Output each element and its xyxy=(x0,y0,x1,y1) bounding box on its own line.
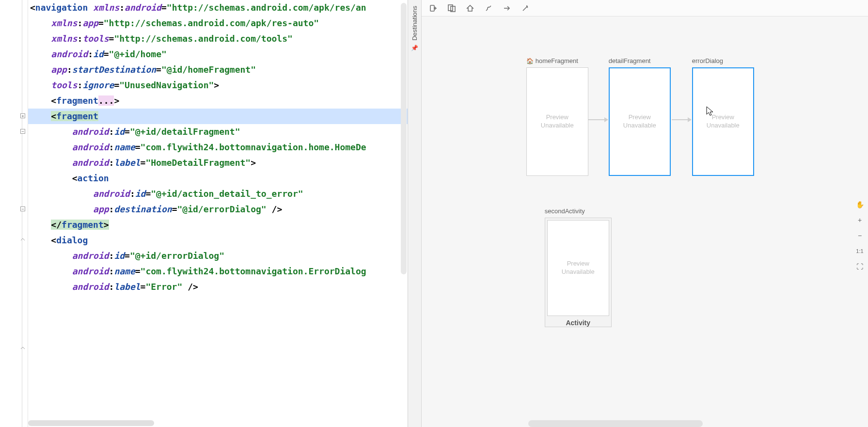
code-line[interactable]: xmlns:tools="http://schemas.android.com/… xyxy=(28,31,408,47)
code-line[interactable]: android:id="@+id/home" xyxy=(28,47,408,62)
code-area[interactable]: <navigation xmlns:android="http://schema… xyxy=(28,0,408,427)
destination-homeFragment[interactable]: 🏠homeFragmentPreview Unavailable xyxy=(526,57,588,176)
xml-editor-pane: +−− <navigation xmlns:android="http://sc… xyxy=(0,0,408,427)
code-line[interactable]: android:id="@+id/action_detail_to_error" xyxy=(28,186,408,202)
designer-toolbar xyxy=(422,0,868,16)
destination-label: secondActivity xyxy=(545,207,585,215)
code-line[interactable]: <navigation xmlns:android="http://schema… xyxy=(28,0,408,16)
destinations-tab-label: Destinations xyxy=(411,6,418,41)
code-line[interactable]: app:startDestination="@id/homeFragment" xyxy=(28,62,408,78)
destination-title: 🏠homeFragment xyxy=(526,57,588,64)
navigation-action-arrow[interactable] xyxy=(588,119,608,120)
code-line[interactable]: <fragment xyxy=(28,109,408,124)
fold-collapse-icon[interactable]: − xyxy=(20,206,25,211)
code-line[interactable]: android:name="com.flywith24.bottomnaviga… xyxy=(28,264,408,279)
code-line[interactable]: android:label="Error" /> xyxy=(28,279,408,295)
destination-label: errorDialog xyxy=(692,57,723,64)
code-line[interactable]: app:destination="@id/errorDialog" /> xyxy=(28,202,408,217)
svg-line-10 xyxy=(527,7,528,8)
home-destination-button[interactable] xyxy=(465,3,475,13)
code-line[interactable]: android:id="@+id/errorDialog" xyxy=(28,248,408,264)
nested-graph-button[interactable] xyxy=(447,3,457,13)
code-line[interactable]: <dialog xyxy=(28,233,408,248)
destination-preview-box[interactable]: Preview Unavailable xyxy=(692,67,754,176)
destination-title: detailFragment xyxy=(609,57,671,64)
activity-label: Activity xyxy=(545,319,611,327)
destination-secondActivity[interactable]: secondActivityPreview UnavailableActivit… xyxy=(545,207,612,327)
code-line[interactable]: </fragment> xyxy=(28,217,408,233)
navigation-designer-pane: 🏠homeFragmentPreview UnavailabledetailFr… xyxy=(422,0,868,427)
svg-line-7 xyxy=(523,7,527,11)
destination-title: secondActivity xyxy=(545,207,612,215)
deeplink-button[interactable] xyxy=(484,3,493,13)
code-line[interactable]: tools:ignore="UnusedNavigation"> xyxy=(28,78,408,93)
destination-preview-box[interactable]: Preview Unavailable xyxy=(526,67,588,176)
fold-gutter: +−− xyxy=(0,0,28,427)
zoom-1to1-button[interactable]: 1:1 xyxy=(854,246,865,256)
new-destination-button[interactable] xyxy=(428,3,438,13)
destination-detailFragment[interactable]: detailFragmentPreview Unavailable xyxy=(609,57,671,176)
destination-errorDialog[interactable]: errorDialogPreview Unavailable xyxy=(692,57,754,176)
destination-preview-box[interactable]: Preview Unavailable xyxy=(609,67,671,176)
code-line[interactable]: <fragment...> xyxy=(28,93,408,109)
code-line[interactable]: android:id="@+id/detailFragment" xyxy=(28,124,408,140)
fold-collapse-icon[interactable]: − xyxy=(20,129,25,134)
destination-preview-box[interactable]: Preview Unavailable xyxy=(547,220,609,316)
pin-icon: 📌 xyxy=(411,45,418,51)
code-line[interactable]: xmlns:app="http://schemas.android.com/ap… xyxy=(28,16,408,31)
designer-horizontal-scrollbar[interactable] xyxy=(422,420,852,427)
code-line[interactable]: <action xyxy=(28,171,408,186)
designer-canvas[interactable]: 🏠homeFragmentPreview UnavailabledetailFr… xyxy=(422,16,868,427)
destination-title: errorDialog xyxy=(692,57,754,64)
start-destination-icon: 🏠 xyxy=(526,58,534,64)
fold-expand-icon[interactable]: + xyxy=(20,113,25,118)
auto-arrange-button[interactable] xyxy=(502,3,512,13)
editor-horizontal-scrollbar[interactable] xyxy=(28,420,407,426)
zoom-fit-button[interactable]: ⛶ xyxy=(854,261,865,272)
code-line[interactable]: android:label="HomeDetailFragment"> xyxy=(28,155,408,171)
magic-wand-button[interactable] xyxy=(521,3,530,13)
code-line[interactable]: android:name="com.flywith24.bottomnaviga… xyxy=(28,140,408,155)
fold-collapse-icon[interactable] xyxy=(20,346,25,351)
fold-collapse-icon[interactable] xyxy=(20,237,25,242)
destination-label: detailFragment xyxy=(609,57,651,64)
svg-rect-1 xyxy=(430,5,434,11)
zoom-in-button[interactable]: + xyxy=(854,215,865,225)
root: +−− <navigation xmlns:android="http://sc… xyxy=(0,0,868,427)
navigation-action-arrow[interactable] xyxy=(672,119,691,120)
zoom-out-button[interactable]: − xyxy=(854,230,865,241)
editor-vertical-scrollbar[interactable] xyxy=(401,3,407,274)
zoom-controls: ✋ + − 1:1 ⛶ xyxy=(853,199,866,272)
destination-label: homeFragment xyxy=(536,57,578,64)
pan-tool-button[interactable]: ✋ xyxy=(854,199,865,210)
destinations-tool-window-tab[interactable]: Destinations 📌 xyxy=(408,0,422,427)
